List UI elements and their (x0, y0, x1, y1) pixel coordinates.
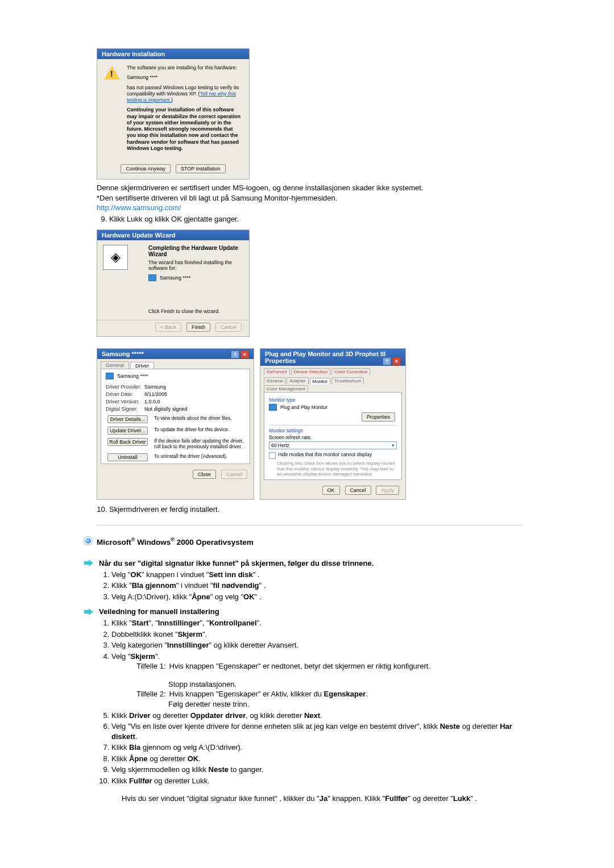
tab-adapter[interactable]: Adapter (287, 377, 308, 384)
device-name: Samsung **** (127, 74, 242, 81)
monitor-settings-group: Monitor settings (269, 428, 397, 433)
ds-step-3: Velg A:(D:\Driver), klikk "Åpne" og velg… (111, 592, 523, 602)
cancel-button[interactable]: Cancel (345, 486, 371, 495)
finish-button[interactable]: Finish (186, 323, 210, 332)
stop-installation-button[interactable]: STOP Installation (176, 164, 226, 173)
tab-color-management[interactable]: Color Management (264, 385, 308, 392)
device-properties-dialog: Samsung ***** ? × General Driver Samsung… (97, 348, 254, 500)
dialog-title: Samsung ***** ? × (97, 349, 254, 359)
man-step-6: Velg "Vis en liste over kjente drivere f… (111, 721, 523, 741)
details-desc: To view details about the driver files. (154, 415, 245, 421)
date-label: Driver Date: (106, 391, 144, 397)
dialog-text: The software you are installing for this… (127, 65, 242, 71)
tilfelle2-label: Tilfelle 2: (136, 689, 166, 699)
tab-geforce3[interactable]: GeForce3 (264, 368, 290, 375)
continue-anyway-button[interactable]: Continue Anyway (121, 164, 171, 173)
rollback-driver-button[interactable]: Roll Back Driver (107, 438, 148, 446)
refresh-rate-select[interactable]: 60 Hertz▾ (269, 441, 397, 449)
tab-device-selection[interactable]: Device Selection (291, 368, 331, 375)
apply-button: Apply (376, 486, 399, 495)
date-value: 9/11/2005 (144, 391, 167, 397)
cancel-button: Cancel (215, 323, 242, 332)
digsig-steps: Velg "OK" knappen i vinduet "Sett inn di… (97, 570, 523, 602)
hide-modes-desc: Clearing this check box allows you to se… (277, 461, 397, 477)
close-icon[interactable]: × (392, 357, 401, 365)
driver-details-button[interactable]: Driver Details... (107, 415, 148, 423)
tab-general[interactable]: General (101, 361, 129, 369)
uninstall-desc: To uninstall the driver (Advanced). (154, 453, 245, 459)
monitor-name: Plug and Play Monitor (280, 404, 327, 410)
wizard-heading: Completing the Hardware Update Wizard (148, 245, 243, 257)
chevron-down-icon: ▾ (392, 443, 395, 448)
man-step-7: Klikk Bla gjennom og velg A:\(D:\driver)… (111, 742, 523, 753)
warning-icon (104, 66, 120, 80)
ok-button[interactable]: OK (322, 486, 340, 495)
monitor-type-group: Monitor type (269, 397, 397, 403)
monitor-icon (269, 404, 277, 411)
monitor-icon (106, 373, 114, 379)
cancel-button: Cancel (221, 470, 247, 479)
tilfelle1-label: Tilfelle 1: (136, 661, 166, 671)
rollback-desc: If the device fails after updating the d… (154, 438, 245, 449)
properties-button[interactable]: Properties (362, 412, 395, 422)
man-step-4: Velg "Skjerm". Tilfelle 1:Hvis knappen "… (111, 652, 523, 710)
tab-color-correction[interactable]: Color Correction (331, 368, 370, 375)
back-button: < Back (155, 323, 181, 332)
blue-dot-icon (84, 537, 92, 545)
wizard-subtext: The wizard has finished installing the s… (148, 260, 243, 271)
update-desc: To update the driver for this device. (154, 427, 245, 432)
manual-steps: Klikk "Start", "Innstillinger", "Kontrol… (97, 618, 523, 786)
arrow-right-icon (84, 559, 94, 567)
paragraph: Denne skjermdriveren er sertifisert unde… (97, 183, 523, 213)
step-list: Klikk Lukk og klikk OK gjentatte ganger. (97, 214, 523, 224)
provider-label: Driver Provider: (106, 384, 144, 390)
man-step-2: Dobbeltklikk ikonet "Skjerm". (111, 629, 523, 640)
provider-value: Samsung (144, 384, 166, 390)
hardware-installation-dialog: Hardware Installation The software you a… (97, 48, 250, 180)
device-name: Samsung **** (160, 275, 191, 281)
signer-label: Digital Signer: (106, 406, 144, 412)
close-icon[interactable]: × (240, 350, 249, 358)
man-step-9: Velg skjermmodellen og klikk Neste to ga… (111, 765, 523, 775)
dialog-text: has not passed Windows Logo testing to v… (127, 85, 242, 104)
dialog-title: Plug and Play Monitor and 3D Prophet III… (260, 349, 405, 366)
samsung-link[interactable]: http://www.samsung.com/ (97, 203, 181, 212)
section-header-ms2000: Microsoft® Windows® 2000 Operativsystem (84, 536, 523, 546)
signer-value: Not digitally signed (144, 406, 188, 412)
dialog-title: Hardware Update Wizard (97, 230, 249, 240)
ds-step-1: Velg "OK" knappen i vinduet "Sett inn di… (111, 570, 523, 580)
man-step-3: Velg kategorien "Innstillinger" og klikk… (111, 640, 523, 650)
tab-monitor[interactable]: Monitor (310, 378, 331, 385)
section-digital-signature: Når du ser "digital signatur ikke funnet… (84, 559, 523, 567)
step-list: Skjermdriveren er ferdig installert. (97, 504, 523, 515)
tab-troubleshoot[interactable]: Troubleshoot (331, 377, 363, 384)
monitor-icon (148, 274, 156, 281)
help-icon[interactable]: ? (231, 350, 239, 358)
section-manual-install: Veiledning for manuell installering (84, 607, 523, 616)
step-10: Skjermdriveren er ferdig installert. (109, 504, 523, 515)
update-driver-button[interactable]: Update Driver... (107, 427, 148, 435)
dialog-title: Hardware Installation (97, 49, 249, 59)
tab-general[interactable]: General (264, 377, 285, 384)
close-button[interactable]: Close (193, 470, 216, 479)
display-properties-dialog: Plug and Play Monitor and 3D Prophet III… (260, 348, 406, 500)
tilfelle2-text: Hvis knappen "Egenskaper" er Aktiv, klik… (169, 689, 368, 699)
hardware-update-wizard-dialog: Hardware Update Wizard ◈ Completing the … (97, 229, 250, 337)
man-step-10: Klikk Fullfør og deretter Lukk. (111, 776, 523, 786)
tilfelle2-text2: Følg deretter neste trinn. (136, 699, 523, 710)
wizard-foot: Click Finish to close the wizard. (97, 307, 249, 318)
dialog-pair: Samsung ***** ? × General Driver Samsung… (97, 348, 523, 503)
wizard-icon: ◈ (103, 245, 128, 270)
step-9: Klikk Lukk og klikk OK gjentatte ganger. (109, 214, 523, 224)
version-value: 1.0.0.0 (144, 399, 160, 404)
version-label: Driver Version: (106, 399, 144, 404)
tilfelle1-text: Hvis knappen "Egenskaper" er nedtonet, b… (169, 661, 430, 671)
uninstall-button[interactable]: Uninstall (107, 453, 148, 461)
hide-modes-label: Hide modes that this monitor cannot disp… (278, 452, 372, 457)
arrow-right-icon (84, 608, 94, 616)
refresh-label: Screen refresh rate: (269, 435, 397, 440)
ds-step-2: Klikk "Bla gjennom" i vinduet "fil nødve… (111, 581, 523, 591)
help-icon[interactable]: ? (383, 357, 391, 365)
man-step-8: Klikk Åpne og deretter OK. (111, 754, 523, 764)
hide-modes-checkbox[interactable] (269, 452, 276, 459)
